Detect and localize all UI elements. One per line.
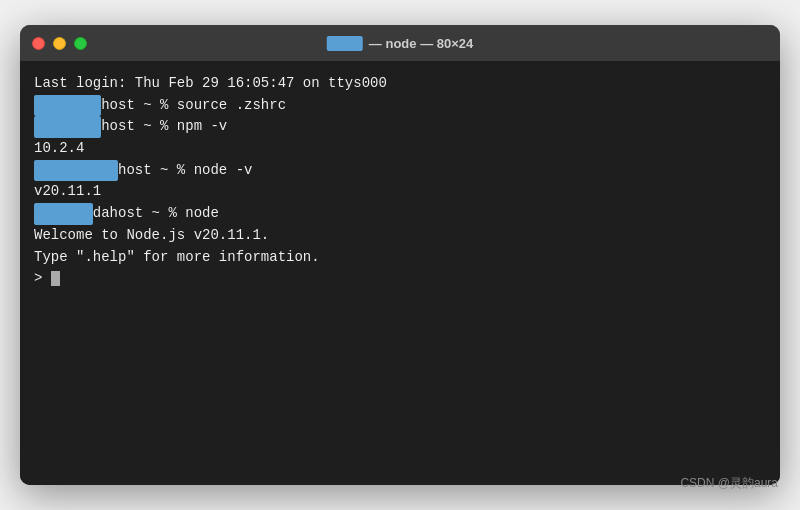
redacted-host-2 [34, 116, 101, 138]
title-bar: — node — 80×24 [20, 25, 780, 61]
line-3: host ~ % npm -v [34, 116, 766, 138]
terminal-window: — node — 80×24 Last login: Thu Feb 29 16… [20, 25, 780, 485]
cursor [51, 271, 60, 286]
line-5-rest: host ~ % node -v [118, 162, 252, 178]
line-1: Last login: Thu Feb 29 16:05:47 on ttys0… [34, 73, 766, 95]
line-3-rest: host ~ % npm -v [101, 118, 227, 134]
line-5: host ~ % node -v [34, 160, 766, 182]
line-4: 10.2.4 [34, 138, 766, 160]
line-8: Welcome to Node.js v20.11.1. [34, 225, 766, 247]
line-7: dahost ~ % node [34, 203, 766, 225]
maximize-button[interactable] [74, 37, 87, 50]
line-2-rest: host ~ % source .zshrc [101, 97, 286, 113]
traffic-lights [32, 37, 87, 50]
hostname-redacted [327, 36, 363, 51]
title-text: — node — 80×24 [369, 36, 473, 51]
terminal-body[interactable]: Last login: Thu Feb 29 16:05:47 on ttys0… [20, 61, 780, 485]
line-9: Type ".help" for more information. [34, 247, 766, 269]
line-2: host ~ % source .zshrc [34, 95, 766, 117]
window-title: — node — 80×24 [327, 36, 474, 51]
line-10: > [34, 268, 766, 290]
line-7-rest: dahost ~ % node [93, 205, 219, 221]
redacted-host-3 [34, 160, 118, 182]
redacted-host-1 [34, 95, 101, 117]
minimize-button[interactable] [53, 37, 66, 50]
watermark: CSDN @灵韵aura [680, 475, 778, 492]
redacted-host-4 [34, 203, 93, 225]
close-button[interactable] [32, 37, 45, 50]
line-6: v20.11.1 [34, 181, 766, 203]
